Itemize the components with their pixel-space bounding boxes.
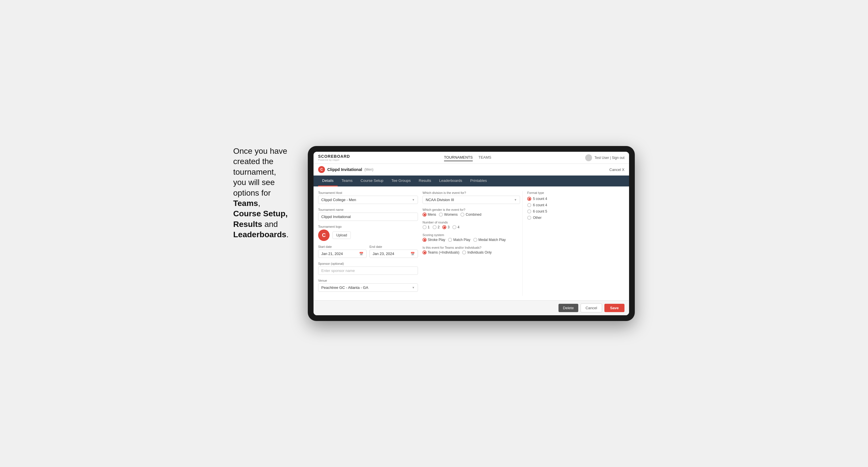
select-arrow-host: ▼ xyxy=(412,198,415,201)
radio-match-play[interactable] xyxy=(448,238,452,242)
select-arrow-division: ▼ xyxy=(514,198,517,201)
format-options-container: 5 count 4 6 count 4 6 count 5 Other xyxy=(527,197,622,220)
subnav-details[interactable]: Details xyxy=(318,176,338,186)
format-option-6count5[interactable]: 6 count 5 xyxy=(527,209,622,213)
tournament-back-icon[interactable]: C xyxy=(318,166,325,173)
venue-select[interactable]: Peachtree GC - Atlanta - GA ▼ xyxy=(318,283,418,292)
nav-tab-tournaments[interactable]: TOURNAMENTS xyxy=(444,154,473,161)
teams-radio-group: Teams (+Individuals) Individuals Only xyxy=(423,250,520,254)
column-settings: Which division is the event for? NCAA Di… xyxy=(420,191,522,296)
sponsor-label: Sponsor (optional) xyxy=(318,262,418,266)
field-sponsor: Sponsor (optional) Enter sponsor name xyxy=(318,262,418,275)
subnav-leaderboards[interactable]: Leaderboards xyxy=(435,176,466,186)
cancel-header-button[interactable]: Cancel X xyxy=(609,167,624,172)
round-option-1[interactable]: 1 xyxy=(423,225,430,229)
tournament-host-select[interactable]: Clippd College - Men ▼ xyxy=(318,196,418,204)
subnav-teams[interactable]: Teams xyxy=(338,176,356,186)
text-line2: created the xyxy=(233,157,273,166)
tournament-host-value: Clippd College - Men xyxy=(321,198,356,202)
scoring-option-medal-match[interactable]: Medal Match Play xyxy=(473,238,506,242)
cancel-button[interactable]: Cancel xyxy=(581,304,602,312)
start-date-value: Jan 21, 2024 xyxy=(321,252,343,256)
subnav-course-setup[interactable]: Course Setup xyxy=(356,176,388,186)
field-venue: Venue Peachtree GC - Atlanta - GA ▼ xyxy=(318,279,418,292)
tablet-frame: SCOREBOARD Powered by clippit TOURNAMENT… xyxy=(308,146,635,321)
radio-round-4[interactable] xyxy=(452,225,456,229)
format-option-other[interactable]: Other xyxy=(527,216,622,220)
radio-round-1[interactable] xyxy=(423,225,427,229)
calendar-icon-start: 📅 xyxy=(359,252,364,256)
teams-individuals-label: Is this event for Teams and/or Individua… xyxy=(423,246,520,249)
field-division: Which division is the event for? NCAA Di… xyxy=(423,191,520,204)
text-line4: you will see xyxy=(233,178,275,187)
radio-round-2[interactable] xyxy=(433,225,437,229)
subnav-results[interactable]: Results xyxy=(415,176,435,186)
radio-other[interactable] xyxy=(527,216,531,220)
field-tournament-host: Tournament Host Clippd College - Men ▼ xyxy=(318,191,418,204)
nav-tab-teams[interactable]: TEAMS xyxy=(478,154,491,161)
gender-option-combined[interactable]: Combined xyxy=(460,213,481,217)
bold-leaderboards: Leaderboards xyxy=(233,230,286,239)
gender-option-mens[interactable]: Mens xyxy=(423,213,436,217)
radio-individuals-only[interactable] xyxy=(462,250,466,254)
start-date-input[interactable]: Jan 21, 2024 📅 xyxy=(318,250,367,258)
tournament-name-input[interactable]: Clippd Invitational xyxy=(318,213,418,221)
venue-value: Peachtree GC - Atlanta - GA xyxy=(321,285,368,290)
end-date-input[interactable]: Jan 23, 2024 📅 xyxy=(369,250,418,258)
radio-mens[interactable] xyxy=(423,213,427,217)
radio-5count4[interactable] xyxy=(527,197,531,201)
field-gender: Which gender is the event for? Mens Wome… xyxy=(423,208,520,217)
teams-option-teams-plus[interactable]: Teams (+Individuals) xyxy=(423,250,459,254)
tournament-name-value: Clippd Invitational xyxy=(321,215,351,219)
user-area: Test User | Sign out xyxy=(585,154,624,161)
user-text[interactable]: Test User | Sign out xyxy=(594,156,624,160)
text-line5: options for xyxy=(233,188,271,197)
field-end-date: End date Jan 23, 2024 📅 xyxy=(369,245,418,258)
radio-womens[interactable] xyxy=(439,213,443,217)
sponsor-input[interactable]: Enter sponsor name xyxy=(318,267,418,275)
radio-medal-match-play[interactable] xyxy=(473,238,477,242)
scoring-option-match[interactable]: Match Play xyxy=(448,238,470,242)
main-content: Tournament Host Clippd College - Men ▼ T… xyxy=(313,186,629,300)
radio-6count4[interactable] xyxy=(527,203,531,207)
scoring-radio-group: Stroke Play Match Play Medal Match Play xyxy=(423,238,520,242)
bold-teams: Teams xyxy=(233,199,258,208)
sub-nav: Details Teams Course Setup Tee Groups Re… xyxy=(313,176,629,186)
radio-6count5[interactable] xyxy=(527,209,531,213)
field-tournament-logo: Tournament logo C Upload xyxy=(318,225,418,241)
user-avatar xyxy=(585,154,592,161)
teams-option-individuals-only[interactable]: Individuals Only xyxy=(462,250,492,254)
instructional-text: Once you have created the tournament, yo… xyxy=(233,146,296,240)
round-option-2[interactable]: 2 xyxy=(433,225,440,229)
date-fields: Start date Jan 21, 2024 📅 End date Jan 2… xyxy=(318,245,418,262)
tournament-name: Clippd Invitational xyxy=(327,167,362,172)
bold-course-setup: Course Setup, xyxy=(233,209,288,218)
select-arrow-venue: ▼ xyxy=(412,286,415,289)
field-teams-individuals: Is this event for Teams and/or Individua… xyxy=(423,246,520,254)
round-option-3[interactable]: 3 xyxy=(442,225,450,229)
format-type-label: Format type xyxy=(527,191,622,194)
field-rounds: Number of rounds 1 2 xyxy=(423,221,520,229)
gender-option-womens[interactable]: Womens xyxy=(439,213,458,217)
radio-stroke-play[interactable] xyxy=(423,238,427,242)
gender-radio-group: Mens Womens Combined xyxy=(423,213,520,217)
scoring-option-stroke[interactable]: Stroke Play xyxy=(423,238,445,242)
tournament-logo-label: Tournament logo xyxy=(318,225,418,228)
subnav-printables[interactable]: Printables xyxy=(466,176,491,186)
division-select[interactable]: NCAA Division III ▼ xyxy=(423,196,520,204)
upload-button[interactable]: Upload xyxy=(333,231,351,239)
venue-label: Venue xyxy=(318,279,418,282)
division-value: NCAA Division III xyxy=(426,198,454,202)
format-option-5count4[interactable]: 5 count 4 xyxy=(527,197,622,201)
delete-button[interactable]: Delete xyxy=(558,304,579,312)
radio-round-3[interactable] xyxy=(442,225,446,229)
radio-combined[interactable] xyxy=(460,213,464,217)
radio-teams-individuals[interactable] xyxy=(423,250,427,254)
column-format: Format type 5 count 4 6 count 4 6 cou xyxy=(522,191,624,296)
tournament-host-label: Tournament Host xyxy=(318,191,418,194)
round-option-4[interactable]: 4 xyxy=(452,225,460,229)
bold-results: Results xyxy=(233,220,262,229)
format-option-6count4[interactable]: 6 count 4 xyxy=(527,203,622,207)
subnav-tee-groups[interactable]: Tee Groups xyxy=(388,176,415,186)
save-button[interactable]: Save xyxy=(604,304,624,312)
